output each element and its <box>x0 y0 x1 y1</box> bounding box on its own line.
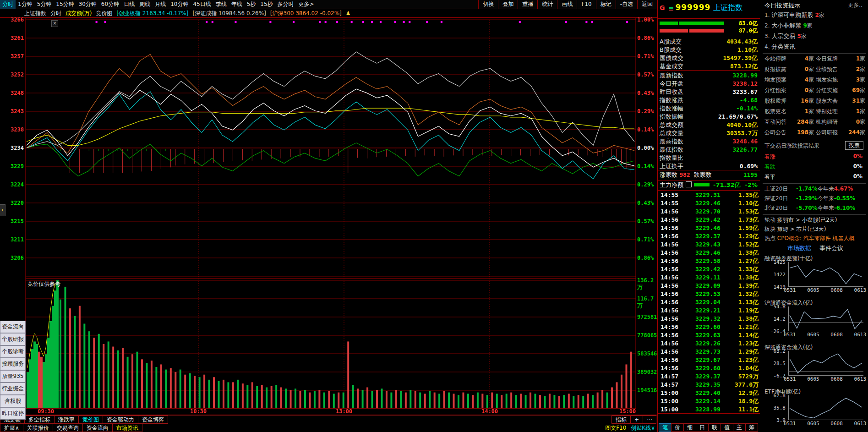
invest-item[interactable]: 4. 分类资讯 <box>764 43 866 51</box>
perf-20d: -1.29% <box>796 195 818 202</box>
minichart-ytick: 1425 <box>764 259 786 265</box>
rotation-value[interactable]: CPO概念: 汽车零部件 机器人概 <box>777 235 855 241</box>
toolbar-period[interactable]: 周线 <box>137 0 153 9</box>
quote-tab-价[interactable]: 价 <box>671 423 684 432</box>
function-tab-扩展∧[interactable]: 扩展∧ <box>0 424 23 432</box>
quote-tab-日[interactable]: 日 <box>696 423 709 432</box>
grid-cell[interactable]: 互动问答 284家 <box>764 118 816 126</box>
quote-tab-筹[interactable]: 筹 <box>745 423 758 432</box>
toolbar-period[interactable]: 日线 <box>121 0 137 9</box>
indicator-tab-资金驱动力[interactable]: 资金驱动力 <box>103 416 138 424</box>
grid-cell[interactable]: 特别处理 1家 <box>816 108 865 115</box>
toolbar-period[interactable]: 分时 <box>0 0 16 9</box>
function-tab-资金流向[interactable]: 资金流向 <box>82 424 113 432</box>
grid-cell[interactable]: 股票更名 1家 <box>764 108 816 115</box>
sidebar-button-投顾服务[interactable]: 投顾服务 <box>0 358 26 370</box>
grid-cell[interactable]: 增发实施 3家 <box>816 76 865 84</box>
grid-cell[interactable]: 机构调研 0家 <box>816 118 865 126</box>
invest-item[interactable]: 1. 沪深可申购新股 2家 <box>764 11 866 19</box>
toolbar-action-切换[interactable]: 切换 <box>478 0 498 9</box>
mini-tab-指标[interactable]: 指标 <box>611 416 631 424</box>
toolbar-period[interactable]: 15秒 <box>258 0 275 9</box>
sidebar-button-昨日涨停[interactable]: 昨日涨停 <box>0 407 26 420</box>
indicator-tab-多空指标[interactable]: 多空指标 <box>24 416 55 424</box>
invest-item[interactable]: 2. 大小非解禁 9家 <box>764 22 866 30</box>
stock-name[interactable]: 上证指数 <box>713 3 742 12</box>
toolbar-period[interactable]: 30分钟 <box>76 0 99 9</box>
toolbar-period[interactable]: 5秒 <box>245 0 258 9</box>
toolbar-action-F10[interactable]: F10 <box>577 0 595 9</box>
expand-left-panel-arrow[interactable]: › <box>0 204 5 216</box>
quote-tab-联[interactable]: 联 <box>708 423 721 432</box>
toolbar-action-统计[interactable]: 统计 <box>537 0 557 9</box>
toolbar-action-返回[interactable]: 返回 <box>637 0 657 9</box>
grid-cell[interactable]: 增发预案 4家 <box>764 76 816 84</box>
sidebar-button-个股诊断[interactable]: 个股诊断 <box>0 345 26 358</box>
rotation-value[interactable]: 疲弱市 > 小盘股(已2天) <box>777 217 837 223</box>
toolbar-action-叠加[interactable]: 叠加 <box>498 0 518 9</box>
toolbar-period[interactable]: 月线 <box>153 0 168 9</box>
sidebar-button-放量935[interactable]: 放量935 <box>0 370 26 383</box>
sidebar-button-个股研报[interactable]: 个股研报 <box>0 333 26 345</box>
toolbar-action-画线[interactable]: 画线 <box>557 0 577 9</box>
quote-tab-细[interactable]: 细 <box>683 423 696 432</box>
function-tab-市场资讯[interactable]: 市场资讯 <box>112 424 142 432</box>
tick-list[interactable]: 14:553229.311.35亿14:553229.461.10亿14:563… <box>658 191 760 414</box>
rotation-value[interactable]: 旅游 > 芯片(已3天) <box>777 226 826 232</box>
toolbar-period[interactable]: 1分钟 <box>16 0 35 9</box>
function-tab-关联报价[interactable]: 关联报价 <box>23 424 53 432</box>
title-item[interactable]: 上证指数 <box>24 10 46 16</box>
grid-cell[interactable]: 股东大会 31家 <box>816 97 865 105</box>
toolbar-period[interactable]: 60分钟 <box>99 0 121 9</box>
market-tab-市场数据[interactable]: 市场数据 <box>787 245 811 252</box>
quote-tab-主[interactable]: 主 <box>733 423 746 432</box>
indicator-tab-资金博弈[interactable]: 资金博弈 <box>138 416 168 424</box>
overlay-index-quote[interactable]: [深证成指 10984.56 0.26%] <box>192 10 266 16</box>
grid-cell[interactable]: 业绩预告 2家 <box>816 66 865 73</box>
mini-tab-⋯[interactable]: ⋯ <box>643 416 656 424</box>
vote-button[interactable]: 投票 <box>845 141 863 150</box>
sidebar-button-含权股[interactable]: 含权股 <box>0 395 26 407</box>
grid-cell[interactable]: 公司研报 244家 <box>816 129 865 137</box>
indicator-tab-竞价图[interactable]: 竞价图 <box>78 416 103 424</box>
count-suffix: 家 <box>808 77 814 83</box>
intraday-chart[interactable] <box>0 17 657 415</box>
indicator-tab-涨跌率[interactable]: 涨跌率 <box>54 416 79 424</box>
toolbar-period[interactable]: 45日线 <box>191 0 213 9</box>
grid-cell[interactable]: 股权质押 16家 <box>764 97 816 105</box>
overlay-index-quote[interactable]: [创业板指 2163.34 -0.17%] <box>116 10 188 16</box>
quote-tab-笔[interactable]: 笔 <box>659 423 671 432</box>
toolbar-period[interactable]: 年线 <box>229 0 245 9</box>
title-item[interactable]: 成交额(万) <box>66 10 92 16</box>
sidebar-button-行业掘金[interactable]: 行业掘金 <box>0 383 26 395</box>
grid-cell[interactable]: 财报披露 0家 <box>764 66 816 73</box>
grid-cell[interactable]: 分红预案 0家 <box>764 87 816 94</box>
function-tab-交易查询[interactable]: 交易查询 <box>53 424 83 432</box>
field-value: 15497.39亿 <box>723 54 758 62</box>
quote-tab-值[interactable]: 值 <box>721 423 733 432</box>
market-tab-事件会议[interactable]: 事件会议 <box>819 245 843 252</box>
toolbar-period[interactable]: 5分钟 <box>35 0 54 9</box>
title-item[interactable]: 分时 <box>50 10 61 16</box>
grid-cell[interactable]: 分红实施 69家 <box>816 87 865 94</box>
link-图文F10[interactable]: 图文F10 <box>605 425 626 431</box>
sidebar-button-资金流向[interactable]: 资金流向 <box>0 321 26 333</box>
toolbar-action-标记[interactable]: 标记 <box>596 0 616 9</box>
more-link[interactable]: 更多.. <box>848 1 863 9</box>
grid-cell[interactable]: 公司公告 198家 <box>764 129 816 137</box>
toolbar-period[interactable]: 15分钟 <box>54 0 76 9</box>
list-icon[interactable] <box>686 181 692 187</box>
toolbar-period[interactable]: 更多> <box>296 0 317 9</box>
toolbar-period[interactable]: 季线 <box>213 0 229 9</box>
toolbar-period[interactable]: 10分钟 <box>168 0 191 9</box>
grid-cell[interactable]: 今日复牌 1家 <box>816 55 865 63</box>
invest-item[interactable]: 3. 大宗交易 5家 <box>764 32 866 40</box>
toolbar-action--自选[interactable]: -自选 <box>616 0 637 9</box>
toolbar-action-重播[interactable]: 重播 <box>518 0 537 9</box>
overlay-index-quote[interactable]: [沪深300 3864.02 -0.02%] <box>270 10 342 16</box>
link-侧贴K线∨[interactable]: 侧贴K线∨ <box>631 425 655 431</box>
toolbar-period[interactable]: 多分时 <box>275 0 296 9</box>
mini-tab-+[interactable]: + <box>630 416 643 424</box>
title-item[interactable]: 竞价图 <box>96 10 112 16</box>
grid-cell[interactable]: 今始停牌 4家 <box>764 55 816 63</box>
